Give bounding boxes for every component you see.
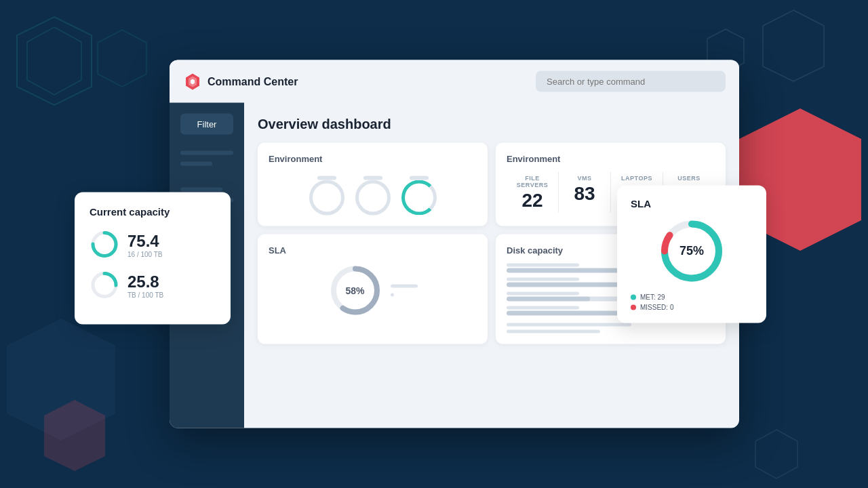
sla-big-percent: 75% [679,244,704,258]
sla-big-card: SLA 75% MET: 29 MISSED: 0 [617,186,766,323]
capacity-item-1: 75.4 16 / 100 TB [90,230,216,260]
svg-marker-1 [27,27,81,95]
env-card-2-title: Environment [507,154,715,164]
env-circle-3 [401,180,437,216]
capacity-card: Current capacity 75.4 16 / 100 TB [75,192,231,325]
env-stat-label-vms: VMs [564,175,605,182]
sla-big-title: SLA [631,198,753,209]
filter-button[interactable]: Filter [180,114,233,135]
env-circle-2 [355,180,391,216]
env-circle-1 [309,180,344,216]
sla-big-donut: 75% [631,218,753,285]
sla-card-title: SLA [269,245,477,256]
sla-donut-label: 58% [345,285,364,296]
search-input[interactable] [536,71,726,92]
logo-icon [183,72,202,91]
env-card-1-title: Environment [269,154,477,164]
env-stat-label-fs: FILE SERVERS [512,175,553,188]
disk-bar-label-1 [507,264,579,267]
disk-bar-label-2 [507,278,579,281]
env-circle-item-3 [401,172,437,216]
missed-label: MISSED: 0 [640,304,673,311]
env-stat-label-users: USERS [669,175,709,182]
env-stat-value-vms: 83 [564,184,605,203]
sla-donut: 58% [328,264,382,318]
capacity-meta-1: 16 / 100 TB [127,250,163,258]
capacity-meta-2: TB / 100 TB [127,291,163,298]
met-dot [631,294,636,300]
env-stat-file-servers: FILE SERVERS 22 [507,172,559,213]
disk-bar-label-3 [507,292,579,296]
svg-marker-8 [755,430,797,479]
env-stat-value-fs: 22 [512,191,553,210]
env-stat-vms: VMs 83 [559,172,611,213]
topbar: Command Center [170,60,739,103]
svg-marker-0 [17,17,92,105]
app-title: Command Center [208,75,298,87]
sla-legend: MET: 29 MISSED: 0 [631,293,753,311]
sla-card: SLA 58% [258,235,488,344]
env-circle-item-2 [355,172,391,216]
svg-marker-7 [44,400,105,471]
met-label: MET: 29 [640,293,665,301]
env-stat-label-laptops: LAPTOPS [616,175,657,182]
env-circles [269,172,477,216]
logo: Command Center [183,72,298,91]
capacity-title: Current capacity [90,206,216,218]
svg-marker-4 [763,10,824,81]
env-card-1: Environment [258,143,488,226]
capacity-value-1: 75.4 [127,231,163,250]
sla-donut-container: 58% [269,264,477,318]
disk-bar-fill-2 [507,283,621,287]
capacity-value-2: 25.8 [127,272,163,291]
disk-bar-fill-3 [507,297,590,302]
sla-legend-missed: MISSED: 0 [631,304,753,311]
dashboard-title: Overview dashboard [258,117,726,132]
sla-legend-met: MET: 29 [631,293,753,301]
sidebar-line-1 [180,151,233,155]
sidebar-line-3 [180,188,222,192]
sidebar-line-2 [180,162,212,166]
missed-dot [631,304,636,310]
disk-bar-label-4 [507,306,579,310]
capacity-donut-2 [90,270,119,300]
env-circle-item-1 [309,172,344,216]
capacity-item-2: 25.8 TB / 100 TB [90,270,216,300]
capacity-donut-1 [90,230,119,260]
